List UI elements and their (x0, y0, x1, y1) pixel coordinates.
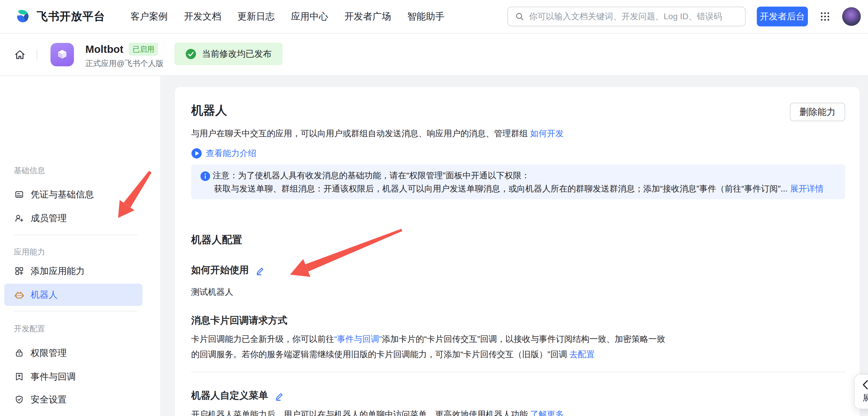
card-callback-heading: 消息卡片回调请求方式 (191, 314, 287, 327)
lock-icon (14, 348, 24, 358)
bot-description: 与用户在聊天中交互的应用，可以向用户或群组自动发送消息、响应用户的消息、管理群组… (191, 128, 564, 139)
divider (37, 49, 37, 60)
check-circle-icon (185, 48, 196, 60)
search-box[interactable] (507, 7, 746, 26)
expand-tab-label: 展 (863, 392, 868, 404)
app-icon (51, 43, 74, 66)
capability-intro-label: 查看能力介绍 (206, 148, 256, 159)
sidebar-group-capabilities: 应用能力 (14, 247, 45, 257)
home-icon[interactable] (14, 48, 26, 61)
credential-icon (14, 190, 24, 199)
app-header: Moltbot 已启用 正式应用@飞书个人版 当前修改均已发布 (0, 34, 868, 76)
sidebar-group-basic-info: 基础信息 (14, 165, 45, 176)
sidebar-item-credentials[interactable]: 凭证与基础信息 (4, 183, 143, 206)
nav-item-changelog[interactable]: 更新日志 (238, 10, 275, 23)
sidebar-item-label: 事件与回调 (31, 371, 76, 383)
custom-menu-row: 机器人自定义菜单 (191, 389, 284, 402)
permission-notice: 注意：为了使机器人具有收发消息的基础功能，请在“权限管理”面板中开通以下权限： … (191, 165, 845, 199)
nav-item-docs[interactable]: 开发文档 (184, 10, 221, 23)
developer-console-button[interactable]: 开发者后台 (757, 7, 808, 26)
main-area: 机器人 删除能力 与用户在聊天中交互的应用，可以向用户或群组自动发送消息、响应用… (161, 76, 868, 416)
feishu-logo (15, 8, 32, 25)
nav-item-cases[interactable]: 客户案例 (130, 10, 168, 23)
nav-item-dev-plaza[interactable]: 开发者广场 (344, 10, 391, 23)
nav-right: 开发者后台 (507, 7, 861, 26)
nav-links: 客户案例 开发文档 更新日志 应用中心 开发者广场 智能助手 (130, 10, 444, 23)
expand-details-link[interactable]: 展开详情 (790, 184, 824, 193)
sidebar-item-permissions[interactable]: 权限管理 (4, 342, 143, 364)
bot-card: 机器人 删除能力 与用户在聊天中交互的应用，可以向用户或群组自动发送消息、响应用… (175, 87, 860, 416)
app-name: Moltbot (85, 43, 123, 55)
card-callback-paragraph: 卡片回调能力已全新升级，你可以前往“事件与回调”添加卡片的“卡片回传交互”回调，… (191, 332, 665, 362)
sidebar-item-events[interactable]: 事件与回调 (4, 366, 143, 388)
edit-pencil-icon[interactable] (255, 265, 265, 275)
how-to-develop-link[interactable]: 如何开发 (530, 129, 564, 138)
avatar[interactable] (842, 7, 861, 26)
publish-status-text: 当前修改均已发布 (202, 48, 272, 60)
top-navbar: 飞书开放平台 客户案例 开发文档 更新日志 应用中心 开发者广场 智能助手 开发… (0, 0, 868, 34)
event-icon (14, 372, 24, 381)
goto-config-link[interactable]: 去配置 (569, 350, 594, 359)
page-title: 机器人 (191, 102, 227, 118)
sidebar-item-label: 权限管理 (31, 347, 67, 359)
sidebar-item-add-capability[interactable]: 添加应用能力 (4, 260, 143, 282)
capability-intro-link[interactable]: 查看能力介绍 (191, 148, 256, 159)
sidebar-item-label: 成员管理 (31, 212, 67, 224)
sidebar-item-bot[interactable]: 机器人 (4, 284, 143, 306)
add-capability-icon (14, 266, 24, 276)
status-badge: 已启用 (129, 43, 158, 56)
search-icon (515, 12, 524, 21)
custom-menu-description: 开启机器人菜单能力后，用户可以在与机器人的单聊中访问菜单，更高效地使用机器人功能… (191, 409, 564, 416)
edit-pencil-icon[interactable] (274, 390, 284, 401)
nav-item-app-center[interactable]: 应用中心 (291, 10, 328, 23)
publish-status: 当前修改均已发布 (174, 43, 282, 65)
sidebar-item-security[interactable]: 安全设置 (4, 388, 143, 411)
sidebar-item-label: 添加应用能力 (31, 265, 85, 277)
learn-more-link[interactable]: 了解更多 (530, 410, 564, 416)
test-bot-value: 测试机器人 (191, 286, 233, 298)
apps-grid-icon[interactable] (820, 11, 830, 22)
events-callback-link[interactable]: “事件与回调” (334, 334, 382, 344)
divider (13, 311, 138, 312)
search-input[interactable] (529, 12, 738, 21)
notice-line2: 获取与发送单聊、群组消息：开通该权限后，机器人可以向用户发送单聊消息，或向机器人… (214, 182, 824, 195)
robot-icon (14, 290, 24, 300)
divider (191, 372, 845, 372)
notice-line1: 注意：为了使机器人具有收发消息的基础功能，请在“权限管理”面板中开通以下权限： (213, 169, 530, 182)
info-icon (200, 171, 210, 181)
divider (13, 235, 138, 235)
sidebar-item-members[interactable]: 成员管理 (4, 207, 143, 229)
nav-item-assistant[interactable]: 智能助手 (407, 10, 444, 23)
bot-config-heading: 机器人配置 (191, 233, 242, 247)
sidebar-item-label: 凭证与基础信息 (31, 188, 94, 201)
custom-menu-heading: 机器人自定义菜单 (191, 389, 268, 402)
sidebar-item-label: 机器人 (31, 289, 58, 301)
play-circle-icon (191, 148, 202, 159)
member-icon (14, 213, 24, 223)
expand-panel-tab[interactable]: 展 (854, 374, 868, 409)
app-subtitle: 正式应用@飞书个人版 (85, 58, 163, 69)
how-to-start-row: 如何开始使用 (191, 264, 265, 277)
how-to-start-heading: 如何开始使用 (191, 264, 249, 277)
collapse-chevron-icon (862, 380, 868, 390)
sidebar-item-test-company[interactable]: 测试企业和人员 (4, 412, 143, 416)
sidebar-item-label: 安全设置 (31, 393, 67, 406)
brand-name: 飞书开放平台 (37, 9, 105, 24)
sidebar-group-dev-config: 开发配置 (14, 323, 45, 334)
shield-icon (14, 395, 24, 404)
brand[interactable]: 飞书开放平台 (15, 8, 105, 25)
sidebar: 基础信息 凭证与基础信息 成员管理 应用能力 (0, 76, 161, 416)
delete-capability-button[interactable]: 删除能力 (790, 103, 845, 121)
